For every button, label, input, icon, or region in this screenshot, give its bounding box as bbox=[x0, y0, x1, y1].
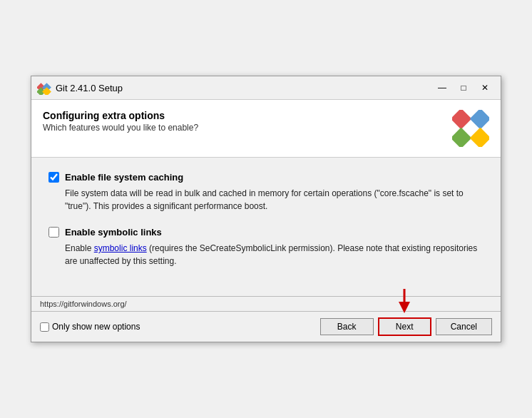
window-title: Git 2.41.0 Setup bbox=[56, 83, 432, 93]
only-new-options-label[interactable]: Only show new options bbox=[40, 322, 316, 332]
svg-rect-5 bbox=[470, 110, 489, 129]
fs-caching-description: File system data will be read in bulk an… bbox=[65, 187, 484, 213]
option-symlinks: Enable symbolic links Enable symbolic li… bbox=[48, 227, 484, 267]
footer-actions: Only show new options Back Next Cancel bbox=[31, 312, 501, 342]
symlinks-description: Enable symbolic links (requires the SeCr… bbox=[65, 242, 484, 267]
symlinks-label[interactable]: Enable symbolic links bbox=[48, 227, 484, 238]
option-fs-caching: Enable file system caching File system d… bbox=[48, 172, 484, 213]
title-bar: Git 2.41.0 Setup — □ ✕ bbox=[31, 76, 501, 100]
svg-rect-6 bbox=[452, 128, 471, 147]
header-title: Configuring extra options bbox=[43, 110, 198, 121]
fs-caching-label-text: Enable file system caching bbox=[65, 172, 183, 183]
only-new-options-text: Only show new options bbox=[52, 322, 140, 332]
header-subtitle: Which features would you like to enable? bbox=[43, 123, 198, 133]
cancel-button[interactable]: Cancel bbox=[436, 318, 492, 335]
svg-rect-4 bbox=[452, 110, 471, 129]
symlinks-desc-before: Enable bbox=[65, 243, 94, 253]
next-button[interactable]: Next bbox=[378, 317, 431, 336]
footer-url: https://gitforwindows.org/ bbox=[31, 297, 501, 312]
symlinks-checkbox[interactable] bbox=[48, 227, 59, 238]
symbolic-links-link[interactable]: symbolic links bbox=[94, 243, 147, 253]
setup-window: Git 2.41.0 Setup — □ ✕ Configuring extra… bbox=[31, 76, 501, 342]
window-controls: — □ ✕ bbox=[432, 81, 495, 95]
svg-rect-7 bbox=[470, 128, 489, 147]
close-button[interactable]: ✕ bbox=[475, 81, 495, 95]
next-wrapper: Next bbox=[378, 317, 431, 336]
back-button[interactable]: Back bbox=[320, 318, 374, 335]
footer: https://gitforwindows.org/ Only show new… bbox=[31, 296, 501, 342]
content-area: Enable file system caching File system d… bbox=[31, 158, 501, 296]
header-text: Configuring extra options Which features… bbox=[43, 110, 198, 133]
maximize-button[interactable]: □ bbox=[454, 81, 474, 95]
header-section: Configuring extra options Which features… bbox=[31, 100, 501, 158]
fs-caching-checkbox[interactable] bbox=[48, 172, 59, 183]
minimize-button[interactable]: — bbox=[432, 81, 452, 95]
git-logo bbox=[452, 110, 489, 147]
only-new-options-checkbox[interactable] bbox=[40, 322, 49, 332]
window-icon bbox=[37, 81, 51, 95]
fs-caching-label[interactable]: Enable file system caching bbox=[48, 172, 484, 183]
symlinks-label-text: Enable symbolic links bbox=[65, 227, 162, 238]
